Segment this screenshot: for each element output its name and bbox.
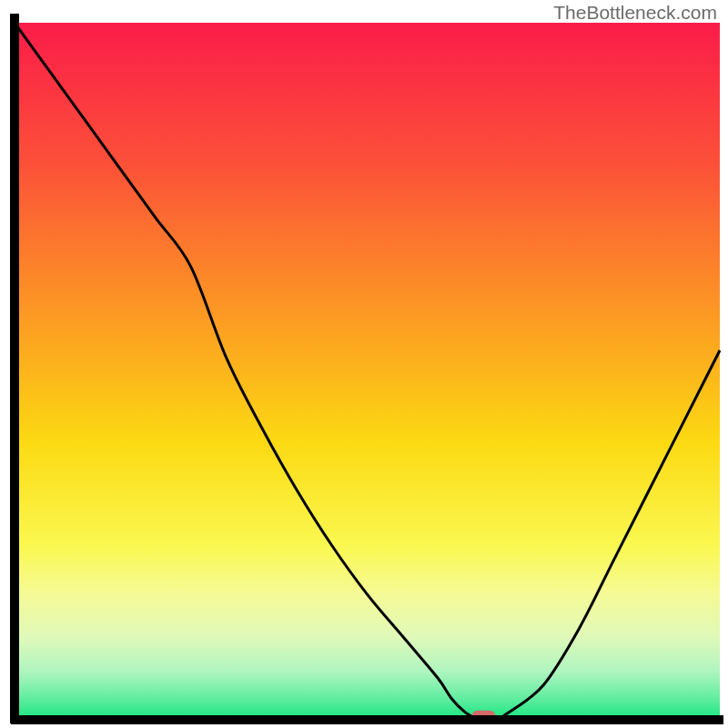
bottleneck-chart: TheBottleneck.com — [0, 0, 728, 728]
watermark-label: TheBottleneck.com — [553, 2, 717, 24]
gradient-background — [15, 23, 720, 720]
chart-svg — [0, 0, 728, 728]
